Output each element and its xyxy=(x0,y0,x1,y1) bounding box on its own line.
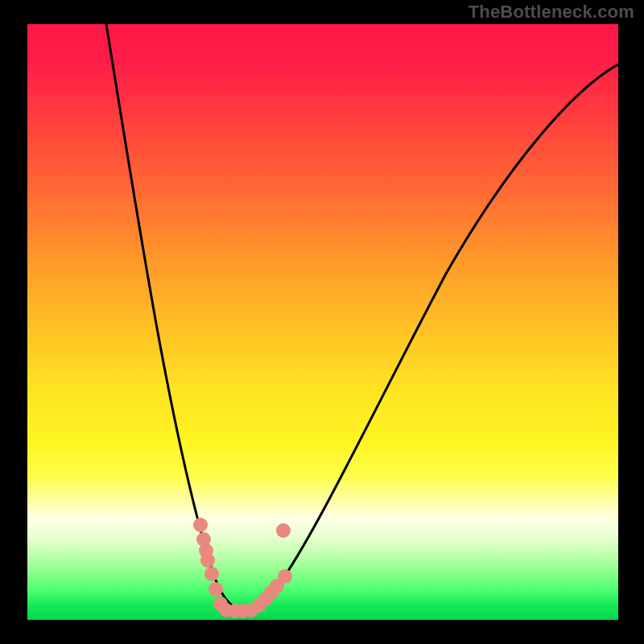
chart-svg xyxy=(27,24,618,620)
marker-point xyxy=(208,582,223,597)
bottleneck-curve xyxy=(106,24,618,611)
ideal-zone-markers xyxy=(193,518,292,618)
marker-point xyxy=(278,569,292,584)
marker-point xyxy=(204,567,219,581)
marker-point xyxy=(200,553,215,568)
marker-point xyxy=(193,518,208,532)
marker-point xyxy=(276,523,291,538)
watermark-text: TheBottleneck.com xyxy=(469,2,634,23)
plot-area xyxy=(27,24,618,620)
chart-frame: TheBottleneck.com xyxy=(0,0,644,644)
